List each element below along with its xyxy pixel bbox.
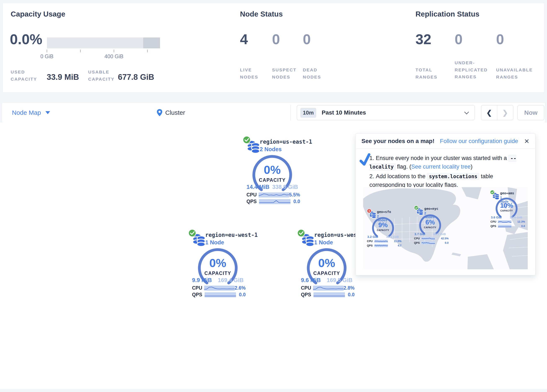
capacity-percent: 10% CAPACITY (494, 202, 519, 212)
breadcrumb: Cluster (157, 109, 185, 116)
node-map-page: Capacity Usage 0.0% 0 GiB 400 GiB USEDCA… (0, 0, 547, 392)
bar-tick (147, 50, 148, 52)
cpu-sparkline (313, 286, 343, 291)
cpu-row: CPU 2.8% (301, 285, 355, 291)
time-range-badge: 10m (300, 108, 316, 118)
region-node-card-eu-west-1[interactable]: region=eu-west-1 1 Node 0% CAPACITY 9.9 … (187, 228, 248, 299)
region-node-card-us-east-1[interactable]: region=us-east-1 2 Nodes 0% CAPACITY 14.… (242, 135, 303, 206)
capacity-usage-percent: 0.0% (10, 32, 42, 46)
unavailable-label: UNAVAILABLERANGES (496, 66, 533, 80)
capacity-values: 14.4 MiB338.9 GiB (246, 184, 298, 190)
region-title: geo=sfo (377, 210, 391, 214)
time-step-buttons: ❮ ❯ (481, 105, 513, 120)
time-range-value: Past 10 Minutes (322, 109, 366, 116)
popup-title: See your nodes on a map! (362, 138, 435, 144)
cpu-row: CPU 42.5% (414, 237, 449, 240)
live-nodes-label: LIVENODES (240, 66, 258, 80)
locality-tree-link[interactable]: See current locality tree (411, 164, 471, 170)
capacity-values: 3.2 GiB 35.1 GiB (367, 235, 399, 239)
popup-body: 1.Ensure every node in your cluster was … (356, 149, 535, 189)
healthy-check-icon (414, 205, 419, 210)
capacity-percent: 9% CAPACITY (371, 221, 395, 231)
done-check-icon (358, 153, 372, 167)
view-selector-label: Node Map (12, 109, 41, 116)
qps-row: QPS 0.0 (491, 225, 525, 228)
popup-step-2: 2.Add locations to the system.locations … (369, 172, 529, 189)
capacity-values: 9.9 MiB169.4 GiB (192, 277, 244, 283)
healthy-check-icon (490, 190, 495, 195)
cpu-sparkline (259, 193, 289, 198)
capacity-values: 9.6 MiB169.5 GiB (301, 277, 352, 283)
qps-row: QPS 0.0 (301, 292, 355, 298)
region-title: geo=ams (500, 191, 514, 195)
cpu-row: CPU 2.6% (192, 285, 246, 291)
cpu-row: CPU 11.0% (367, 240, 402, 243)
dead-nodes-label: DEADNODES (303, 66, 321, 80)
cpu-sparkline (204, 286, 234, 291)
qps-row: QPS 0.0 (246, 199, 300, 204)
popup-step-1: 1.Ensure every node in your cluster was … (369, 154, 529, 171)
capacity-percent: 0% CAPACITY (197, 256, 239, 276)
cpu-sparkline (422, 237, 435, 240)
usable-capacity-label: USABLECAPACITY (88, 69, 115, 83)
view-selector-dropdown[interactable]: Node Map (12, 109, 50, 116)
capacity-percent: 0% CAPACITY (251, 163, 293, 183)
unavailable-count: 0 (496, 32, 504, 46)
used-capacity-label: USEDCAPACITY (11, 69, 37, 83)
region-title: region=us-east-1 (260, 139, 312, 145)
region-node-card-us-west-1[interactable]: region=us-west-1 1 Node 0% CAPACITY 9.6 … (296, 228, 357, 299)
replication-status-title: Replication Status (416, 10, 479, 18)
healthy-check-icon (188, 229, 197, 237)
region-node-count: 1 Node (314, 239, 333, 246)
node-status-title: Node Status (240, 10, 283, 18)
capacity-usage-title: Capacity Usage (11, 10, 65, 18)
bar-tick-label-400: 400 GiB (103, 53, 124, 60)
cpu-row: CPU 12.3% (491, 220, 525, 223)
capacity-percent: 0% CAPACITY (306, 256, 348, 276)
bar-tick (80, 50, 81, 52)
qps-row: QPS 0.0 (192, 292, 246, 298)
bar-tick-label-0: 0 GiB (39, 53, 55, 60)
capacity-values: 3.6 GiB 34.4 GiB (491, 215, 522, 219)
live-nodes-count: 4 (240, 32, 248, 46)
total-ranges-label: TOTALRANGES (416, 66, 438, 80)
qps-sparkline (259, 199, 290, 204)
time-next-button[interactable]: ❯ (497, 105, 513, 120)
usable-capacity-value: 677.8 GiB (118, 73, 154, 82)
qps-sparkline (498, 225, 511, 228)
region-title: region=eu-west-1 (205, 232, 258, 238)
qps-row: QPS 4.7 (367, 244, 402, 247)
toolbar-divider (290, 105, 291, 120)
dead-nodes-count: 0 (303, 32, 311, 46)
configuration-guide-link[interactable]: Follow our configuration guide (440, 138, 518, 144)
total-ranges-count: 32 (416, 32, 431, 46)
suspect-nodes-label: SUSPECTNODES (272, 66, 297, 80)
cpu-sparkline (375, 240, 388, 243)
time-now-button[interactable]: Now (518, 105, 544, 120)
map-pin-icon (157, 109, 162, 116)
time-range-selector[interactable]: 10m Past 10 Minutes (297, 105, 475, 120)
healthy-check-icon (242, 136, 251, 144)
qps-sparkline (375, 244, 388, 247)
qps-sparkline (314, 292, 345, 297)
capacity-percent: 6% CAPACITY (418, 219, 442, 229)
healthy-check-icon (297, 229, 306, 237)
svg-text:1: 1 (369, 209, 370, 212)
qps-row: QPS 0.0 (414, 241, 449, 244)
region-node-count: 1 Node (205, 239, 224, 246)
chevron-down-icon (45, 111, 50, 114)
bar-tick (114, 50, 114, 52)
bar-tick (47, 50, 47, 52)
popup-header: See your nodes on a map! Follow our conf… (356, 134, 535, 149)
used-capacity-value: 33.9 MiB (47, 73, 79, 82)
under-replicated-label: UNDER-REPLICATEDRANGES (455, 59, 488, 80)
cluster-stats-panel: Capacity Usage 0.0% 0 GiB 400 GiB USEDCA… (2, 3, 545, 93)
warning-badge-icon: 1 (367, 208, 372, 213)
close-icon[interactable]: ✕ (524, 138, 529, 145)
breadcrumb-label: Cluster (165, 109, 185, 116)
cpu-row: CPU 5.5% (246, 192, 300, 198)
qps-sparkline (205, 292, 236, 297)
time-prev-button[interactable]: ❮ (481, 105, 497, 120)
system-locations-code: system.locations (427, 173, 479, 180)
capacity-usage-bar-reserved (143, 37, 160, 48)
